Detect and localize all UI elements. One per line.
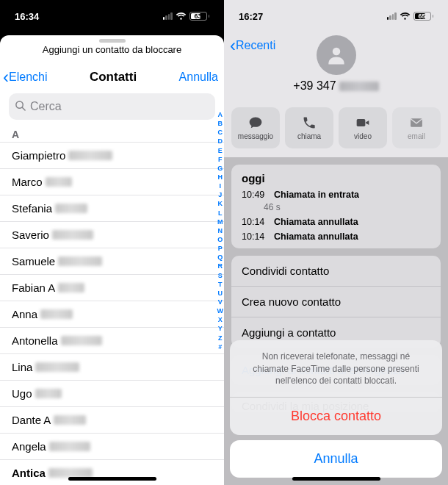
contact-row[interactable]: Ugo (0, 381, 224, 407)
contact-name: Samuele (12, 255, 55, 267)
index-letter[interactable]: S (217, 271, 224, 280)
battery-icon: 65 (413, 12, 434, 21)
index-letter[interactable]: F (217, 155, 224, 164)
search-input[interactable]: Cerca (9, 93, 215, 120)
index-letter[interactable]: P (217, 244, 224, 253)
log-desc: Chiamata annullata (274, 231, 358, 242)
redacted (54, 415, 86, 425)
index-letter[interactable]: M (217, 218, 224, 226)
phone-prefix: +39 347 (293, 79, 336, 93)
block-contact-button[interactable]: Blocca contatto (230, 398, 442, 435)
contact-row[interactable]: Antica (0, 460, 224, 485)
contact-name: Giampietro (12, 149, 65, 162)
redacted (55, 204, 87, 213)
video-button[interactable]: video (339, 107, 387, 148)
contact-options-section: Condividi contattoCrea nuovo contattoAgg… (231, 256, 441, 348)
action-label: chiama (297, 132, 321, 140)
search-wrap: Cerca (0, 93, 224, 126)
index-letter[interactable]: V (217, 298, 224, 306)
index-letter[interactable]: E (217, 146, 224, 155)
index-letter[interactable]: R (217, 262, 224, 270)
contact-row[interactable]: Angela (0, 434, 224, 460)
contact-name: Antonella (12, 334, 58, 347)
log-desc: Chiamata in entrata (274, 190, 359, 200)
option-cell[interactable]: Condividi contatto (231, 256, 441, 286)
index-letter[interactable]: W (217, 306, 224, 315)
index-letter[interactable]: Z (217, 334, 224, 342)
status-bar-right: 16:27 65 (224, 0, 448, 32)
contacts-list[interactable]: GiampietroMarcoStefaniaSaverioSamueleFab… (0, 143, 224, 485)
action-label: video (354, 132, 372, 140)
nav-bar: ‹ Elenchi Contatti Annulla (0, 61, 224, 93)
contact-name: Angela (12, 440, 46, 453)
chiama-button[interactable]: chiama (285, 107, 333, 148)
contact-row[interactable]: Fabian A (0, 275, 224, 301)
messaggio-button[interactable]: messaggio (231, 107, 280, 148)
person-icon (325, 44, 347, 66)
index-letter[interactable]: U (217, 289, 224, 298)
action-label: messaggio (238, 132, 273, 140)
index-letter[interactable]: Q (217, 253, 224, 262)
index-letter[interactable]: O (217, 235, 224, 244)
contact-row[interactable]: Marco (0, 169, 224, 195)
svg-point-2 (332, 48, 340, 56)
index-letter[interactable]: N (217, 226, 224, 235)
index-letter[interactable]: T (217, 280, 224, 289)
action-sheet-cancel-button[interactable]: Annulla (230, 440, 442, 478)
contact-name: Fabian A (12, 281, 55, 294)
index-letter[interactable]: B (217, 119, 224, 128)
index-letter[interactable]: J (217, 190, 224, 199)
index-letter[interactable]: K (217, 199, 224, 208)
cancel-button[interactable]: Annulla (179, 71, 218, 84)
redacted (52, 230, 93, 240)
index-letter[interactable]: # (217, 342, 224, 351)
redacted (49, 442, 90, 451)
back-button[interactable]: ‹ Elenchi (3, 68, 47, 86)
messaggio-icon (248, 115, 263, 130)
contact-name: Anna (12, 308, 37, 320)
avatar (317, 35, 356, 75)
home-indicator[interactable] (68, 477, 156, 481)
contact-row[interactable]: Anna (0, 301, 224, 328)
option-cell[interactable]: Crea nuovo contatto (231, 286, 441, 317)
log-time: 10:14 (242, 231, 267, 242)
contact-row[interactable]: Samuele (0, 248, 224, 275)
redacted (35, 389, 62, 398)
status-time: 16:27 (239, 11, 263, 22)
email-button: email (392, 107, 441, 148)
contact-row[interactable]: Saverio (0, 222, 224, 248)
section-header: A (0, 126, 224, 143)
index-letter[interactable]: D (217, 137, 224, 146)
contact-row[interactable]: Giampietro (0, 143, 224, 169)
index-letter[interactable]: L (217, 209, 224, 218)
alpha-index[interactable]: ABCDEFGHIJKLMNOPQRSTUVWXYZ# (217, 110, 224, 351)
index-letter[interactable]: C (217, 128, 224, 137)
left-phone: 16:34 63 Aggiungi un contatto da bloccar… (0, 0, 224, 485)
index-letter[interactable]: I (217, 182, 224, 190)
contact-row[interactable]: Antonella (0, 328, 224, 354)
contact-row[interactable]: Stefania (0, 195, 224, 222)
contact-name: Stefania (12, 202, 52, 215)
chiama-icon (302, 115, 317, 130)
back-button[interactable]: ‹ Recenti (230, 37, 275, 54)
status-bar-left: 16:34 63 (0, 0, 224, 32)
index-letter[interactable]: H (217, 173, 224, 182)
index-letter[interactable]: A (217, 110, 224, 119)
log-time: 10:49 (242, 190, 267, 200)
index-letter[interactable]: G (217, 164, 224, 173)
index-letter[interactable]: Y (217, 324, 224, 333)
index-letter[interactable]: X (217, 315, 224, 324)
modal-handle[interactable] (99, 39, 126, 43)
contact-row[interactable]: Dante A (0, 407, 224, 434)
home-indicator[interactable] (292, 477, 380, 481)
log-row: 10:49Chiamata in entrata (231, 187, 441, 202)
call-log-section: oggi 10:49Chiamata in entrata46 s10:14Ch… (231, 165, 441, 248)
search-icon (15, 100, 26, 114)
search-placeholder: Cerca (30, 100, 62, 113)
redacted (339, 82, 379, 91)
status-icons: 65 (387, 12, 434, 21)
contact-name: Ugo (12, 387, 32, 400)
log-time: 10:14 (242, 217, 267, 227)
contact-row[interactable]: Lina (0, 354, 224, 381)
back-label: Elenchi (9, 71, 47, 84)
